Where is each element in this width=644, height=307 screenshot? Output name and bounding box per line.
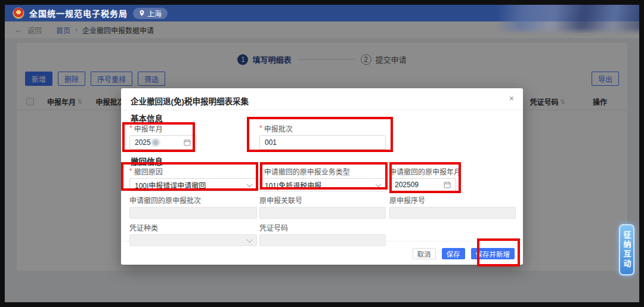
field-declare-batch-label: * 申报批次 <box>259 124 386 132</box>
field-withdraw-reason: * 撤回原因 100|申报错误申请撤回 <box>129 167 257 191</box>
label-text: 申请撤回的原申报业务类型 <box>264 166 350 176</box>
label-text: 原申报序号 <box>389 195 425 205</box>
required-mark: * <box>259 124 262 132</box>
label-text: 原申报关联号 <box>259 195 302 205</box>
withdraw-reason-value: 100|申报错误申请撤回 <box>135 180 206 190</box>
withdraw-detail-modal: 企业撤回退(免)税申报明细表采集 × 基本信息 * 申报年月 2025 <box>121 88 523 265</box>
field-withdraw-reason-label: * 撤回原因 <box>129 167 257 175</box>
orig-declare-period-input[interactable]: 202509 <box>389 178 456 191</box>
chevron-down-icon <box>376 181 382 187</box>
calendar-icon <box>444 181 451 188</box>
section-basic-info: 基本信息 <box>131 112 163 124</box>
field-orig-declare-period: 申请撤回的原申报年月 202509 <box>389 167 456 191</box>
field-declare-batch: * 申报批次 001 <box>259 124 386 150</box>
app-title: 全国统一规范电子税务局 <box>29 7 128 19</box>
field-orig-business-type: * 申请撤回的原申报业务类型 101|免抵退税申报 <box>259 167 386 191</box>
cancel-button[interactable]: 取消 <box>413 248 436 259</box>
required-mark: * <box>259 167 262 175</box>
field-orig-declare-batch: 申请撤回的原申报批次 <box>129 196 257 219</box>
top-banner: 全国统一规范电子税务局 上海 <box>5 5 639 21</box>
required-mark: * <box>129 167 132 175</box>
orig-seq-no-input <box>389 207 516 219</box>
field-voucher-no-label: 凭证号码 <box>259 223 386 231</box>
orig-business-type-value: 101|免抵退税申报 <box>265 180 321 190</box>
save-and-new-button[interactable]: 保存并新增 <box>471 248 515 259</box>
orig-business-type-select[interactable]: 101|免抵退税申报 <box>259 178 386 191</box>
section-withdraw-info: 撤回信息 <box>131 155 163 167</box>
chevron-down-icon <box>247 181 253 187</box>
modal-footer-buttons: 取消 保存 保存并新增 <box>413 248 515 259</box>
field-orig-ref-no: 原申报关联号 <box>259 196 386 219</box>
withdraw-reason-select[interactable]: 100|申报错误申请撤回 <box>129 178 257 191</box>
field-orig-declare-batch-label: 申请撤回的原申报批次 <box>129 196 257 204</box>
orig-declare-period-value: 202509 <box>395 181 419 189</box>
orig-ref-no-input <box>259 207 386 219</box>
field-voucher-type-label: 凭证种类 <box>129 223 257 231</box>
tax-bureau-emblem-icon <box>13 8 24 18</box>
save-button[interactable]: 保存 <box>442 248 465 259</box>
label-text: 凭证号码 <box>259 222 288 232</box>
calendar-icon <box>184 139 191 146</box>
location-badge[interactable]: 上海 <box>133 8 168 19</box>
field-declare-period-label: * 申报年月 <box>129 124 196 132</box>
label-text: 申报批次 <box>264 123 293 134</box>
field-orig-business-type-label: * 申请撤回的原申报业务类型 <box>259 167 386 175</box>
etax-app: 全国统一规范电子税务局 上海 ← 返回 首页 › 企业撤回申报数据申请 1 填写… <box>5 5 639 302</box>
label-text: 申请撤回的原申报年月 <box>389 166 461 176</box>
declare-batch-input[interactable]: 001 <box>259 135 386 150</box>
location-label: 上海 <box>147 8 162 18</box>
redacted-month <box>152 139 159 146</box>
location-pin-icon <box>139 10 145 16</box>
declare-batch-value: 001 <box>265 138 277 147</box>
field-orig-seq-no-label: 原申报序号 <box>389 196 516 204</box>
screenshot-frame: 全国统一规范电子税务局 上海 ← 返回 首页 › 企业撤回申报数据申请 1 填写… <box>0 0 644 307</box>
modal-header: 企业撤回退(免)税申报明细表采集 × <box>121 88 523 110</box>
required-mark: * <box>129 124 132 132</box>
field-declare-period: * 申报年月 2025 <box>129 124 196 150</box>
field-orig-seq-no: 原申报序号 <box>389 196 516 219</box>
close-icon[interactable]: × <box>509 94 514 103</box>
declare-period-input[interactable]: 2025 <box>129 135 196 150</box>
label-text: 凭证种类 <box>129 222 158 232</box>
label-text: 撤回原因 <box>134 166 163 176</box>
modal-footer: 取消 保存 保存并新增 <box>121 241 523 265</box>
modal-title: 企业撤回退(免)税申报明细表采集 <box>131 95 249 107</box>
orig-declare-batch-input <box>129 207 257 219</box>
field-orig-declare-period-label: 申请撤回的原申报年月 <box>389 167 456 175</box>
label-text: 申报年月 <box>134 123 163 134</box>
interaction-floating-button[interactable]: 征纳互动 <box>619 224 634 275</box>
label-text: 申请撤回的原申报批次 <box>129 195 201 205</box>
field-orig-ref-no-label: 原申报关联号 <box>259 196 386 204</box>
declare-period-value: 2025 <box>135 138 151 147</box>
